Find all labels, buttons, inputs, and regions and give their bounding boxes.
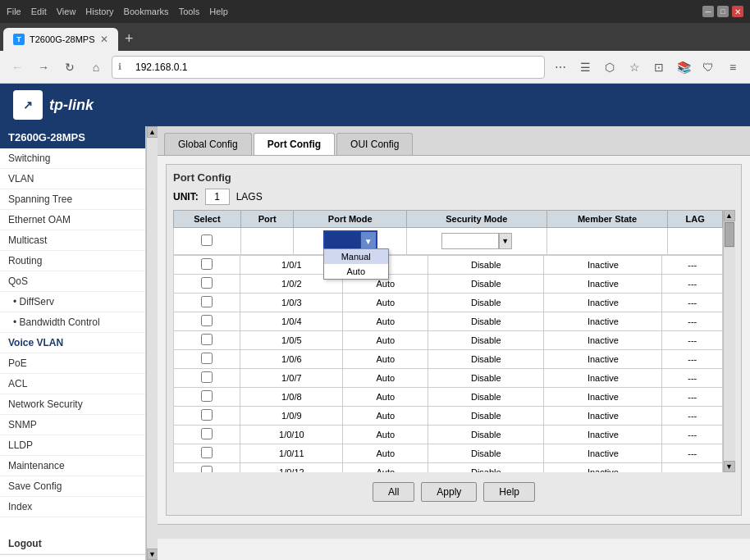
home-button[interactable]: ⌂ bbox=[85, 57, 107, 78]
pocket-button[interactable]: ⬡ bbox=[599, 57, 620, 78]
sidebar-item-ethernet-oam[interactable]: Ethernet OAM bbox=[0, 210, 145, 230]
all-button[interactable]: All bbox=[373, 482, 414, 502]
sidebar-scrollbar[interactable]: ▲ ▼ bbox=[146, 126, 158, 560]
sidebar-scroll-down[interactable]: ▼ bbox=[147, 549, 158, 560]
sidebar-item-save-config[interactable]: Save Config bbox=[0, 476, 145, 497]
window-minimize-button[interactable]: ─ bbox=[702, 6, 714, 17]
security-mode-header-input[interactable] bbox=[441, 233, 499, 249]
shield-button[interactable]: 🛡 bbox=[697, 57, 719, 78]
row-checkbox-7[interactable] bbox=[201, 390, 213, 402]
sidebar-item-multicast[interactable]: Multicast bbox=[0, 230, 145, 251]
table-scroll-up[interactable]: ▲ bbox=[724, 210, 735, 221]
window-maximize-button[interactable]: □ bbox=[717, 6, 729, 17]
table-scroll-thumb[interactable] bbox=[725, 222, 734, 247]
sidebar-item-qos[interactable]: QoS bbox=[0, 271, 145, 292]
table-row: 1/0/11AutoDisableInactive--- bbox=[174, 444, 723, 463]
row-checkbox-1[interactable] bbox=[201, 277, 213, 289]
sidebar-item-snmp[interactable]: SNMP bbox=[0, 415, 145, 435]
col-port: Port bbox=[240, 211, 294, 228]
menu-view[interactable]: View bbox=[57, 7, 76, 16]
tab-oui-config[interactable]: OUI Config bbox=[336, 133, 413, 155]
tab-port-config[interactable]: Port Config bbox=[254, 133, 335, 155]
sidebar-item-poe[interactable]: PoE bbox=[0, 353, 145, 374]
port-cell-8: 1/0/9 bbox=[240, 407, 343, 426]
back-button[interactable]: ← bbox=[7, 57, 28, 78]
sidebar-footer: Copyright © 2017TP-LINK Technologies Co.… bbox=[0, 554, 145, 560]
table-row: 1/0/6AutoDisableInactive--- bbox=[174, 350, 723, 369]
security-mode-cell-3: Disable bbox=[428, 312, 544, 331]
new-tab-button[interactable]: + bbox=[118, 27, 140, 51]
row-checkbox-9[interactable] bbox=[201, 428, 213, 439]
member-state-cell-10: Inactive bbox=[544, 444, 662, 463]
member-state-cell-1: Inactive bbox=[544, 275, 662, 294]
table-row: 1/0/7AutoDisableInactive--- bbox=[174, 369, 723, 388]
security-mode-cell-9: Disable bbox=[428, 426, 544, 444]
bookmark-button[interactable]: ☆ bbox=[624, 57, 645, 78]
forward-button[interactable]: → bbox=[33, 57, 54, 78]
apply-button[interactable]: Apply bbox=[421, 482, 477, 502]
library-button[interactable]: 📚 bbox=[673, 57, 694, 78]
unit-value: 1 bbox=[205, 189, 230, 205]
sidebar-item-voice-vlan[interactable]: Voice VLAN bbox=[0, 333, 145, 353]
port-mode-dropdown-arrow[interactable]: ▼ bbox=[361, 232, 376, 250]
member-state-cell-9: Inactive bbox=[544, 426, 662, 444]
port-table: Select Port Port Mode Security Mode Memb… bbox=[173, 210, 723, 255]
table-row: 1/0/9AutoDisableInactive--- bbox=[174, 407, 723, 426]
row-checkbox-3[interactable] bbox=[201, 315, 213, 326]
row-checkbox-8[interactable] bbox=[201, 409, 213, 421]
synced-tabs-button[interactable]: ⊡ bbox=[648, 57, 670, 78]
sidebar-item-vlan[interactable]: VLAN bbox=[0, 169, 145, 189]
window-close-button[interactable]: ✕ bbox=[732, 6, 743, 17]
sidebar-item-acl[interactable]: ACL bbox=[0, 374, 145, 394]
tab-close-button[interactable]: ✕ bbox=[100, 34, 108, 45]
dropdown-option-manual[interactable]: Manual bbox=[324, 249, 388, 264]
sidebar-item-lldp[interactable]: LLDP bbox=[0, 435, 145, 456]
menu-button[interactable]: ≡ bbox=[722, 57, 743, 78]
dropdown-option-auto[interactable]: Auto bbox=[324, 264, 388, 279]
sidebar-scroll-up[interactable]: ▲ bbox=[147, 126, 158, 138]
select-all-checkbox[interactable] bbox=[201, 234, 213, 246]
table-row: 1/0/5AutoDisableInactive--- bbox=[174, 331, 723, 350]
row-checkbox-4[interactable] bbox=[201, 334, 213, 345]
browser-tab-active[interactable]: T T2600G-28MPS ✕ bbox=[3, 28, 118, 51]
row-checkbox-0[interactable] bbox=[201, 258, 213, 270]
row-checkbox-11[interactable] bbox=[201, 466, 213, 472]
sidebar-item-network-security[interactable]: Network Security bbox=[0, 394, 145, 415]
lag-cell-2: --- bbox=[662, 294, 723, 312]
main-content: Global Config Port Config OUI Config Por… bbox=[158, 126, 750, 560]
port-mode-dropdown-header: ▼ Manual Auto bbox=[323, 230, 377, 252]
menu-file[interactable]: File bbox=[7, 7, 21, 16]
table-scrollbar[interactable]: ▲ ▼ bbox=[723, 210, 734, 472]
sidebar-item-bandwidth-control[interactable]: • Bandwidth Control bbox=[0, 312, 145, 333]
sidebar-item-diffserv[interactable]: • DiffServ bbox=[0, 292, 145, 312]
row-checkbox-2[interactable] bbox=[201, 296, 213, 307]
menu-tools[interactable]: Tools bbox=[179, 7, 200, 16]
table-with-scroll: Select Port Port Mode Security Mode Memb… bbox=[173, 210, 734, 472]
more-options-button[interactable]: ⋯ bbox=[550, 57, 571, 78]
sidebar-item-maintenance[interactable]: Maintenance bbox=[0, 456, 145, 476]
menu-edit[interactable]: Edit bbox=[31, 7, 47, 16]
tab-global-config[interactable]: Global Config bbox=[164, 133, 252, 155]
reload-button[interactable]: ↻ bbox=[59, 57, 80, 78]
security-mode-header-arrow[interactable]: ▼ bbox=[499, 233, 512, 249]
reader-mode-button[interactable]: ☰ bbox=[574, 57, 596, 78]
url-input[interactable] bbox=[112, 56, 545, 79]
menu-bookmarks[interactable]: Bookmarks bbox=[124, 7, 169, 16]
sidebar-item-spanning-tree[interactable]: Spanning Tree bbox=[0, 189, 145, 210]
sidebar-item-routing[interactable]: Routing bbox=[0, 251, 145, 271]
row-checkbox-10[interactable] bbox=[201, 447, 213, 458]
sidebar-item-index[interactable]: Index bbox=[0, 497, 145, 517]
row-checkbox-5[interactable] bbox=[201, 353, 213, 364]
security-mode-cell-10: Disable bbox=[428, 444, 544, 463]
table-scroll-down[interactable]: ▼ bbox=[724, 461, 735, 472]
sidebar-item-logout[interactable]: Logout bbox=[0, 534, 145, 554]
menu-help[interactable]: Help bbox=[209, 7, 228, 16]
help-button[interactable]: Help bbox=[483, 482, 535, 502]
sidebar-item-switching[interactable]: Switching bbox=[0, 148, 145, 169]
sidebar: T2600G-28MPS Switching VLAN Spanning Tre… bbox=[0, 126, 146, 560]
port-mode-cell-4: Auto bbox=[343, 331, 428, 350]
lag-cell-4: --- bbox=[662, 331, 723, 350]
member-state-cell-2: Inactive bbox=[544, 294, 662, 312]
menu-history[interactable]: History bbox=[85, 7, 113, 16]
row-checkbox-6[interactable] bbox=[201, 371, 213, 383]
